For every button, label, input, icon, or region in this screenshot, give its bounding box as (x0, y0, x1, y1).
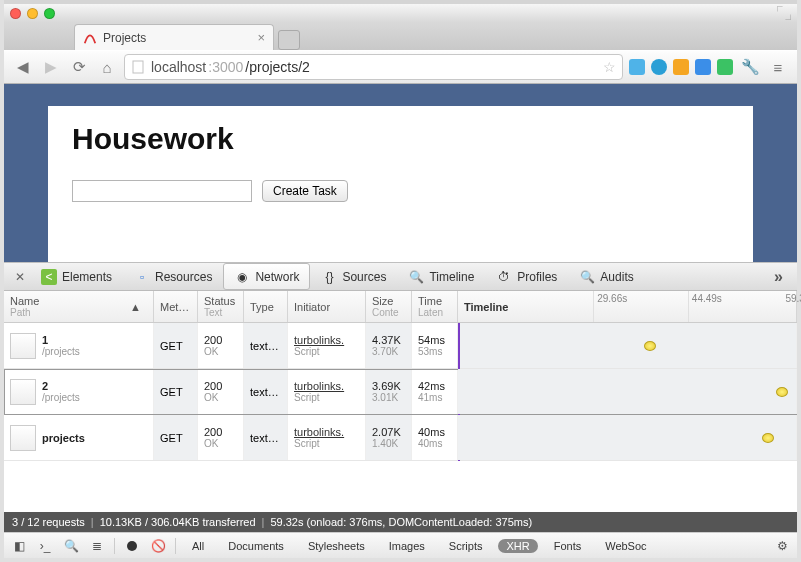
grid-header: NamePath▲ Met… StatusText Type Initiator… (4, 291, 797, 323)
tab-elements[interactable]: <Elements (30, 263, 123, 290)
audits-icon: 🔍 (579, 269, 595, 285)
tab-audits[interactable]: 🔍Audits (568, 263, 644, 290)
url-path: /projects/2 (245, 59, 310, 75)
browser-tab[interactable]: Projects × (74, 24, 274, 50)
filter-documents[interactable]: Documents (220, 539, 292, 553)
favicon-icon (83, 31, 97, 45)
network-status-bar: 3 / 12 requests | 10.13KB / 306.04KB tra… (4, 512, 797, 532)
status-requests: 3 / 12 requests (12, 516, 85, 528)
window-close-button[interactable] (10, 8, 21, 19)
filter-images[interactable]: Images (381, 539, 433, 553)
resources-icon: ▫ (134, 269, 150, 285)
filter-all[interactable]: All (184, 539, 212, 553)
task-name-input[interactable] (72, 180, 252, 202)
devtools-tabbar: ✕ <Elements ▫Resources ◉Network {}Source… (4, 263, 797, 291)
filter-websockets[interactable]: WebSoc (597, 539, 654, 553)
network-row[interactable]: 1/projectsGET200OKtext…turbolinks.Script… (4, 323, 797, 369)
devtools-overflow-button[interactable]: » (766, 268, 791, 286)
address-bar[interactable]: localhost:3000/projects/2 ☆ (124, 54, 623, 80)
url-port: :3000 (208, 59, 243, 75)
file-icon (10, 379, 36, 405)
profiles-icon: ⏱ (496, 269, 512, 285)
wrench-icon[interactable]: 🔧 (739, 56, 761, 78)
console-icon[interactable]: ›_ (36, 537, 54, 555)
tab-close-icon[interactable]: × (257, 30, 265, 45)
tab-strip: Projects × (4, 22, 797, 50)
col-name[interactable]: NamePath▲ (4, 291, 154, 322)
ext-icon-3[interactable] (673, 59, 689, 75)
home-button[interactable]: ⌂ (96, 56, 118, 78)
ext-icon-1[interactable] (629, 59, 645, 75)
search-icon[interactable]: 🔍 (62, 537, 80, 555)
col-size[interactable]: SizeConte (366, 291, 412, 322)
network-grid: NamePath▲ Met… StatusText Type Initiator… (4, 291, 797, 512)
window-minimize-button[interactable] (27, 8, 38, 19)
ext-icon-4[interactable] (695, 59, 711, 75)
window-zoom-button[interactable] (44, 8, 55, 19)
url-host: localhost (151, 59, 206, 75)
sources-icon: {} (321, 269, 337, 285)
devtools-panel: ✕ <Elements ▫Resources ◉Network {}Source… (4, 262, 797, 558)
svg-rect-0 (133, 61, 143, 73)
tab-timeline[interactable]: 🔍Timeline (397, 263, 485, 290)
file-icon (10, 425, 36, 451)
col-time[interactable]: TimeLaten (412, 291, 458, 322)
file-icon (10, 333, 36, 359)
back-button[interactable]: ◀ (12, 56, 34, 78)
filter-stylesheets[interactable]: Stylesheets (300, 539, 373, 553)
new-tab-button[interactable] (278, 30, 300, 50)
window-titlebar (4, 0, 797, 22)
browser-toolbar: ◀ ▶ ⟳ ⌂ localhost:3000/projects/2 ☆ 🔧 ≡ (4, 50, 797, 84)
tab-sources[interactable]: {}Sources (310, 263, 397, 290)
status-transferred: 10.13KB / 306.04KB transferred (100, 516, 256, 528)
create-task-button[interactable]: Create Task (262, 180, 348, 202)
reload-button[interactable]: ⟳ (68, 56, 90, 78)
settings-gear-icon[interactable]: ⚙ (773, 537, 791, 555)
timeline-icon: 🔍 (408, 269, 424, 285)
forward-button[interactable]: ▶ (40, 56, 62, 78)
tab-profiles[interactable]: ⏱Profiles (485, 263, 568, 290)
filter-scripts[interactable]: Scripts (441, 539, 491, 553)
col-initiator[interactable]: Initiator (288, 291, 366, 322)
network-icon: ◉ (234, 269, 250, 285)
filter-xhr[interactable]: XHR (498, 539, 537, 553)
page-viewport: Housework Create Task (4, 84, 797, 262)
expand-icon[interactable] (777, 6, 791, 20)
devtools-footer: ◧ ›_ 🔍 ≣ 🚫 All Documents Stylesheets Ima… (4, 532, 797, 558)
network-row[interactable]: 2/projectsGET200OKtext…turbolinks.Script… (4, 369, 797, 415)
clear-icon[interactable]: 🚫 (149, 537, 167, 555)
page-heading: Housework (72, 122, 729, 156)
list-view-icon[interactable]: ≣ (88, 537, 106, 555)
tab-resources[interactable]: ▫Resources (123, 263, 223, 290)
col-method[interactable]: Met… (154, 291, 198, 322)
elements-icon: < (41, 269, 57, 285)
dock-icon[interactable]: ◧ (10, 537, 28, 555)
col-status[interactable]: StatusText (198, 291, 244, 322)
page-content: Housework Create Task (48, 106, 753, 262)
col-type[interactable]: Type (244, 291, 288, 322)
status-timing: 59.32s (onload: 376ms, DOMContentLoaded:… (270, 516, 532, 528)
extensions: 🔧 ≡ (629, 56, 789, 78)
page-icon (131, 60, 145, 74)
ext-icon-5[interactable] (717, 59, 733, 75)
menu-icon[interactable]: ≡ (767, 56, 789, 78)
tab-title: Projects (103, 31, 146, 45)
record-icon[interactable] (123, 537, 141, 555)
bookmark-star-icon[interactable]: ☆ (603, 59, 616, 75)
ext-icon-2[interactable] (651, 59, 667, 75)
devtools-close-button[interactable]: ✕ (10, 270, 30, 284)
filter-fonts[interactable]: Fonts (546, 539, 590, 553)
tab-network[interactable]: ◉Network (223, 263, 310, 290)
col-timeline[interactable]: Timeline 29.66s 44.49s 59.32s (458, 291, 797, 322)
network-row[interactable]: projectsGET200OKtext…turbolinks.Script2.… (4, 415, 797, 461)
